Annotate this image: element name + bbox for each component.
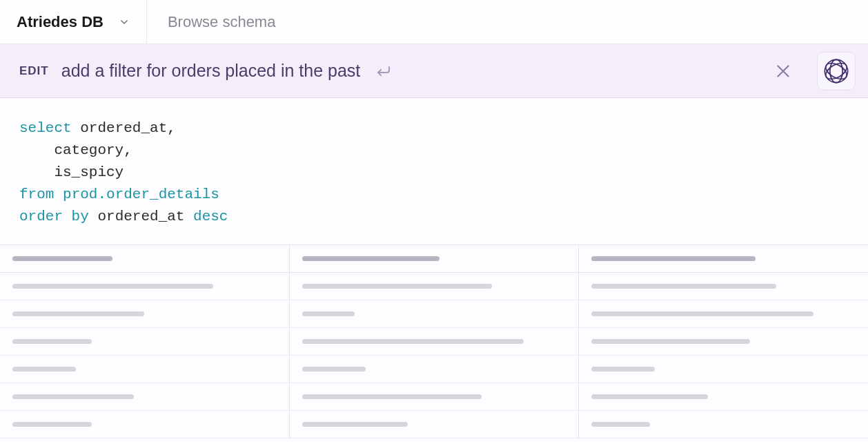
skeleton-bar bbox=[302, 284, 493, 289]
skeleton-bar bbox=[302, 311, 355, 316]
chevron-down-icon bbox=[119, 17, 130, 28]
table-row bbox=[579, 411, 868, 439]
svg-point-2 bbox=[825, 59, 847, 82]
skeleton-bar bbox=[591, 422, 649, 427]
table-row bbox=[0, 356, 289, 383]
skeleton-bar bbox=[12, 367, 76, 372]
results-column bbox=[290, 245, 580, 439]
table-row bbox=[579, 383, 868, 411]
kw-desc: desc bbox=[193, 209, 228, 224]
kw-orderby: order by bbox=[19, 209, 89, 224]
table-row bbox=[579, 328, 868, 356]
table-row bbox=[579, 356, 868, 383]
table-row bbox=[0, 300, 289, 328]
skeleton-bar bbox=[591, 394, 707, 399]
table-row bbox=[0, 328, 289, 356]
skeleton-bar bbox=[302, 339, 524, 344]
table-row bbox=[0, 411, 289, 439]
skeleton-bar bbox=[591, 311, 813, 316]
skeleton-bar bbox=[12, 256, 112, 261]
skeleton-bar bbox=[591, 284, 776, 289]
skeleton-bar bbox=[302, 367, 366, 372]
sql-editor[interactable]: select ordered_at, category, is_spicy fr… bbox=[0, 98, 868, 244]
table-row bbox=[290, 411, 579, 439]
skeleton-bar bbox=[302, 422, 408, 427]
skeleton-bar bbox=[591, 256, 755, 261]
order-column: ordered_at bbox=[89, 209, 193, 224]
skeleton-bar bbox=[12, 422, 92, 427]
edit-label: EDIT bbox=[19, 64, 49, 78]
edit-bar: EDIT add a filter for orders placed in t… bbox=[0, 44, 868, 98]
skeleton-bar bbox=[12, 284, 213, 289]
kw-from: from bbox=[19, 186, 54, 202]
results-column bbox=[0, 245, 290, 439]
table-row bbox=[290, 356, 579, 383]
table-row bbox=[290, 383, 579, 411]
table-row bbox=[290, 300, 579, 328]
table-row bbox=[0, 273, 289, 300]
hex-logo-button[interactable] bbox=[817, 52, 856, 90]
return-icon bbox=[375, 63, 392, 79]
skeleton-bar bbox=[302, 394, 482, 399]
column-header bbox=[579, 245, 868, 273]
edit-prompt-text[interactable]: add a filter for orders placed in the pa… bbox=[61, 61, 361, 81]
table-row bbox=[579, 300, 868, 328]
skeleton-bar bbox=[591, 339, 750, 344]
kw-select: select bbox=[19, 120, 72, 136]
skeleton-bar bbox=[591, 367, 655, 372]
db-selector[interactable]: Atriedes DB bbox=[0, 0, 147, 44]
table-row bbox=[290, 328, 579, 356]
skeleton-bar bbox=[12, 311, 144, 316]
column-header bbox=[0, 245, 289, 273]
skeleton-bar bbox=[12, 339, 92, 344]
svg-point-4 bbox=[823, 59, 849, 82]
table-row bbox=[579, 273, 868, 300]
table-row bbox=[290, 273, 579, 300]
schema-search-input[interactable] bbox=[168, 13, 847, 31]
table-row bbox=[0, 383, 289, 411]
skeleton-bar bbox=[302, 256, 440, 261]
top-bar: Atriedes DB bbox=[0, 0, 868, 44]
results-table-skeleton bbox=[0, 244, 868, 439]
schema-search[interactable] bbox=[147, 0, 868, 44]
db-name: Atriedes DB bbox=[17, 13, 103, 31]
table-name: prod.order_details bbox=[54, 186, 219, 202]
close-button[interactable] bbox=[769, 57, 798, 86]
svg-point-5 bbox=[830, 59, 842, 82]
column-header bbox=[290, 245, 579, 273]
results-column bbox=[579, 245, 868, 439]
skeleton-bar bbox=[12, 394, 134, 399]
